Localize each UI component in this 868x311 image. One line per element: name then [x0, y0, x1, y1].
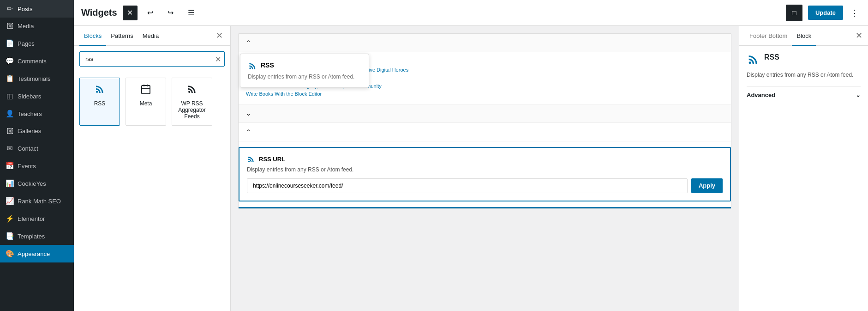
sidebar-item-templates[interactable]: 📑 Templates	[0, 227, 74, 245]
aggregator-block-label: WP RSS Aggregator Feeds	[178, 100, 206, 120]
search-clear-button[interactable]: ✕	[215, 55, 221, 63]
rss-url-section: RSS URL Display entries from any RSS or …	[239, 147, 731, 201]
sidebar-item-pages[interactable]: 📄 Pages	[0, 35, 74, 52]
pages-icon: 📄	[6, 39, 14, 48]
widget-section-2: ⌄	[239, 104, 731, 123]
section-chevron-up-2: ⌃	[246, 128, 251, 135]
right-panel-tabs: Footer Bottom Block ✕	[739, 26, 868, 46]
rss-link-5[interactable]: Write Books With the Block Editor	[246, 90, 724, 98]
tab-patterns[interactable]: Patterns	[106, 26, 138, 46]
redo-button[interactable]: ↪	[163, 6, 178, 20]
sidebar-item-galleries[interactable]: 🖼 Galleries	[0, 122, 74, 140]
rss-url-icon	[247, 155, 255, 164]
tab-media[interactable]: Media	[138, 26, 163, 46]
advanced-section: Advanced ⌄	[747, 86, 861, 103]
rss-block-label: RSS	[94, 100, 106, 107]
sidebar-item-label: Comments	[18, 58, 47, 65]
block-inserter-panel: Blocks Patterns Media ✕ ✕ RSS	[74, 26, 231, 311]
undo-button[interactable]: ↩	[143, 6, 158, 20]
rss-url-input-row: Apply	[247, 178, 723, 193]
list-view-button[interactable]: ☰	[184, 6, 198, 20]
blue-bar	[239, 207, 731, 208]
rss-tooltip-header: RSS	[248, 61, 361, 71]
apply-button[interactable]: Apply	[691, 178, 723, 193]
block-results: RSS Meta	[74, 72, 230, 131]
sidebar-item-label: Posts	[18, 6, 33, 12]
advanced-chevron-icon: ⌄	[856, 91, 861, 98]
comments-icon: 💬	[6, 57, 14, 65]
inserter-tabs: Blocks Patterns Media ✕	[74, 26, 230, 46]
content-area: Blocks Patterns Media ✕ ✕ RSS	[74, 26, 868, 311]
meta-block-label: Meta	[140, 100, 152, 107]
view-mode-button[interactable]: □	[786, 5, 802, 21]
sidebar-item-events[interactable]: 📅 Events	[0, 157, 74, 175]
sidebar-item-posts[interactable]: ✏ Posts	[0, 0, 74, 18]
cookieyes-icon: 📊	[6, 179, 14, 188]
block-item-wp-rss-aggregator[interactable]: WP RSS Aggregator Feeds	[172, 78, 212, 126]
elementor-icon: ⚡	[6, 214, 14, 223]
close-button[interactable]: ✕	[123, 6, 138, 20]
svg-rect-0	[142, 85, 150, 94]
rss-tooltip-icon	[248, 61, 257, 71]
sidebar-item-appearance[interactable]: 🎨 Appearance	[0, 245, 74, 262]
sidebar: ✏ Posts 🖼 Media 📄 Pages 💬 Comments 📋 Tes…	[0, 0, 74, 311]
tab-block[interactable]: Block	[792, 26, 816, 46]
tab-footer-bottom[interactable]: Footer Bottom	[745, 26, 792, 46]
widget-section-header-2[interactable]: ⌄	[239, 104, 731, 122]
widget-section-header-1[interactable]: ⌃	[239, 34, 731, 52]
sidebar-item-label: Galleries	[18, 128, 41, 134]
rss-block-icon	[94, 84, 105, 98]
sidebar-item-label: Pages	[18, 40, 35, 47]
testimonials-icon: 📋	[6, 74, 14, 83]
sidebar-item-sidebars[interactable]: ◫ Sidebars	[0, 87, 74, 105]
rss-url-title: RSS URL	[259, 156, 285, 163]
right-panel-close-button[interactable]: ✕	[856, 30, 862, 41]
sidebar-item-label: Appearance	[18, 250, 50, 257]
sidebar-item-contact[interactable]: ✉ Contact	[0, 140, 74, 157]
sidebar-item-elementor[interactable]: ⚡ Elementor	[0, 210, 74, 227]
rss-url-description: Display entries from any RSS or Atom fee…	[247, 166, 723, 173]
advanced-header[interactable]: Advanced ⌄	[747, 86, 861, 103]
sidebar-item-cookieyes[interactable]: 📊 CookieYes	[0, 175, 74, 192]
rss-tooltip: RSS Display entries from any RSS or Atom…	[240, 54, 369, 88]
rss-block-info: RSS	[764, 53, 779, 61]
search-input[interactable]	[79, 51, 225, 67]
sidebar-item-comments[interactable]: 💬 Comments	[0, 52, 74, 70]
rss-block-info-header: RSS	[747, 53, 861, 66]
sidebar-item-media[interactable]: 🖼 Media	[0, 18, 74, 35]
section-chevron-up: ⌃	[246, 39, 251, 46]
rss-block-panel-title: RSS	[764, 53, 779, 61]
events-icon: 📅	[6, 162, 14, 170]
tab-blocks[interactable]: Blocks	[79, 26, 106, 46]
more-options-button[interactable]: ⋮	[849, 6, 861, 20]
right-panel-body: RSS Display entries from any RSS or Atom…	[739, 46, 868, 110]
sidebar-item-label: Elementor	[18, 215, 45, 222]
appearance-icon: 🎨	[6, 250, 14, 258]
sidebar-item-label: Rank Math SEO	[18, 198, 61, 205]
block-item-meta[interactable]: Meta	[126, 78, 166, 126]
inserter-close-button[interactable]: ✕	[214, 29, 225, 43]
right-panel: Footer Bottom Block ✕ RSS Display entrie…	[739, 26, 868, 311]
sidebar-item-label: CookieYes	[18, 180, 46, 187]
page-header: Widgets ✕ ↩ ↪ ☰ □ Update ⋮	[74, 0, 868, 26]
sidebar-item-label: Events	[18, 163, 36, 170]
galleries-icon: 🖼	[6, 127, 14, 135]
block-item-rss[interactable]: RSS	[79, 78, 120, 126]
widget-section-header-3[interactable]: ⌃	[239, 123, 731, 141]
sidebar-item-label: Sidebars	[18, 93, 41, 100]
search-box: ✕	[74, 46, 230, 72]
page-title: Widgets	[81, 7, 117, 18]
canvas-area: ⌃ Joost/Karim Fork WordPress Themes Need…	[231, 26, 739, 311]
rss-url-input[interactable]	[247, 178, 688, 193]
sidebar-item-testimonials[interactable]: 📋 Testimonials	[0, 70, 74, 87]
sidebar-item-label: Teachers	[18, 110, 42, 117]
sidebar-item-label: Testimonials	[18, 75, 51, 82]
main-area: Widgets ✕ ↩ ↪ ☰ □ Update ⋮ Blocks Patter…	[74, 0, 868, 311]
sidebar-item-label: Templates	[18, 233, 45, 240]
meta-block-icon	[140, 84, 151, 98]
update-button[interactable]: Update	[808, 6, 843, 20]
contact-icon: ✉	[6, 144, 14, 152]
sidebar-item-teachers[interactable]: 👤 Teachers	[0, 105, 74, 122]
sidebar-item-rankmath[interactable]: 📈 Rank Math SEO	[0, 192, 74, 210]
section-chevron-down: ⌄	[246, 110, 251, 117]
